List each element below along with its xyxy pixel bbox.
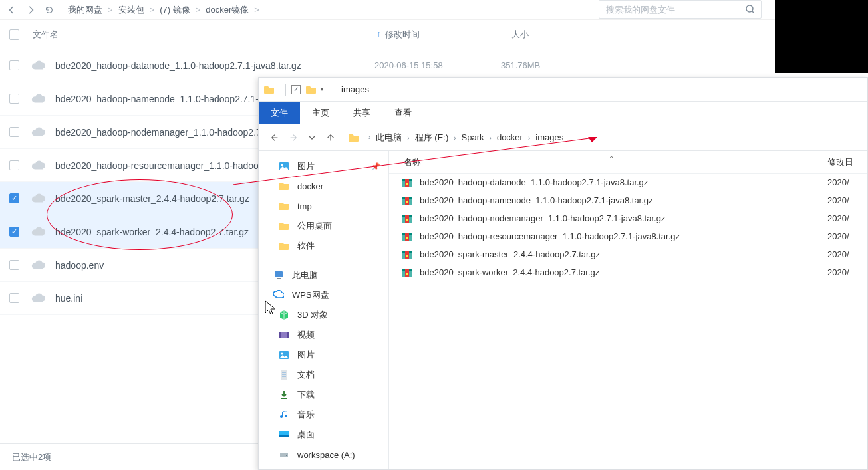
exp-breadcrumb-item[interactable]: images [534, 132, 565, 142]
row-checkbox[interactable] [9, 160, 19, 170]
col-name-label[interactable]: 文件名 [33, 29, 59, 39]
cloud-search-input[interactable] [605, 4, 745, 15]
sidebar-item[interactable]: 3D 对象 [259, 305, 388, 325]
sidebar-item[interactable]: 视频 [259, 325, 388, 345]
explorer-file-row[interactable]: bde2020_hadoop-nodemanager_1.1.0-hadoop2… [389, 209, 867, 227]
col-size-label[interactable]: 大小 [511, 29, 645, 41]
explorer-navbar: › 此电脑›程序 (E:)›Spark›docker›images [259, 124, 867, 151]
sidebar-item[interactable]: 音乐 [259, 405, 388, 425]
sidebar-item[interactable]: 图片 [259, 345, 388, 365]
tab-home[interactable]: 主页 [300, 102, 341, 124]
wps-icon [273, 290, 285, 300]
exp-forward-button[interactable] [284, 128, 303, 147]
exp-address-bar[interactable]: › 此电脑›程序 (E:)›Spark›docker›images [344, 128, 861, 147]
forward-button[interactable] [21, 1, 40, 19]
row-checkbox[interactable]: ✓ [9, 193, 19, 203]
explorer-sidebar: 图片📌dockertmp公用桌面软件此电脑WPS网盘3D 对象视频图片文档下载音… [259, 151, 389, 469]
chevron-right-icon: > [150, 5, 155, 15]
sidebar-item[interactable]: 文档 [259, 365, 388, 385]
chevron-right-icon[interactable]: › [368, 134, 370, 141]
exp-col-mod[interactable]: 修改日 [827, 156, 867, 168]
exp-breadcrumb-item[interactable]: Spark [460, 132, 486, 142]
sidebar-item[interactable]: docker [259, 176, 388, 196]
folder-icon [279, 221, 291, 231]
exp-breadcrumb-item[interactable]: 此电脑 [374, 132, 403, 142]
exp-back-button[interactable] [265, 128, 284, 147]
exp-breadcrumb-item[interactable]: 程序 (E:) [414, 132, 450, 142]
back-button[interactable] [3, 1, 21, 19]
sidebar-item[interactable]: 桌面 [259, 425, 388, 445]
chevron-right-icon[interactable]: › [528, 134, 530, 142]
svg-rect-28 [406, 219, 408, 221]
file-modified: 2020/ [827, 249, 867, 259]
sidebar-item-label: 文档 [297, 369, 315, 381]
folder-icon [306, 85, 317, 94]
row-checkbox[interactable] [9, 293, 19, 303]
pictures-icon [279, 350, 291, 360]
exp-history-dropdown[interactable] [303, 128, 321, 147]
chevron-right-icon[interactable]: › [407, 134, 409, 142]
svg-rect-23 [405, 197, 409, 205]
sort-caret-icon: ⌃ [609, 155, 614, 162]
archive-icon [401, 195, 413, 207]
3d-icon [279, 310, 291, 320]
sidebar-item-label: 图片 [297, 160, 315, 172]
sidebar-item-label: 3D 对象 [297, 309, 328, 321]
col-mod-label[interactable]: 修改时间 [385, 29, 511, 41]
exp-breadcrumb-item[interactable]: docker [496, 132, 524, 142]
cloud-search[interactable] [599, 0, 762, 19]
sidebar-item-label: 视频 [297, 329, 315, 341]
chevron-right-icon[interactable]: › [454, 134, 456, 142]
select-all-checkbox[interactable] [9, 29, 19, 40]
cloud-file-icon [31, 258, 46, 273]
tab-view[interactable]: 查看 [382, 102, 424, 124]
sidebar-item[interactable]: 软件 [259, 236, 388, 256]
svg-point-16 [286, 455, 287, 456]
sidebar-item-label: 此电脑 [292, 269, 318, 281]
sidebar-item-label: 桌面 [297, 429, 315, 441]
breadcrumb-item[interactable]: (7) 镜像 [160, 4, 190, 16]
row-checkbox[interactable] [9, 94, 19, 104]
row-checkbox[interactable] [9, 260, 19, 270]
sidebar-item[interactable]: workspace (A:) [259, 445, 388, 465]
svg-rect-32 [406, 237, 408, 239]
sidebar-item[interactable]: 此电脑 [259, 265, 388, 285]
breadcrumb-item[interactable]: 我的网盘 [68, 4, 102, 16]
explorer-file-row[interactable]: bde2020_hadoop-namenode_1.1.0-hadoop2.7.… [389, 191, 867, 209]
window-title: images [341, 84, 369, 94]
row-checkbox[interactable] [9, 127, 19, 137]
sidebar-item[interactable]: 下载 [259, 385, 388, 405]
sort-asc-icon[interactable]: ↑ [377, 29, 382, 39]
row-checkbox[interactable] [9, 60, 19, 70]
sidebar-item[interactable]: WPS网盘 [259, 285, 388, 305]
archive-icon [401, 177, 413, 189]
explorer-file-row[interactable]: bde2020_spark-worker_2.4.4-hadoop2.7.tar… [389, 263, 867, 281]
sidebar-item-label: WPS网盘 [292, 289, 329, 301]
refresh-button[interactable] [40, 1, 59, 19]
exp-up-button[interactable] [321, 128, 340, 147]
music-icon [279, 410, 291, 420]
explorer-titlebar[interactable]: ▾ images [259, 78, 867, 102]
exp-col-name[interactable]: 名称 [404, 157, 421, 167]
chevron-right-icon: > [108, 5, 113, 15]
tab-file[interactable]: 文件 [259, 102, 300, 124]
file-name: bde2020_hadoop-datanode_1.1.0-hadoop2.7.… [420, 177, 827, 187]
explorer-file-row[interactable]: bde2020_spark-master_2.4.4-hadoop2.7.tar… [389, 245, 867, 263]
quickaccess-checkbox-icon[interactable] [291, 85, 301, 94]
file-name: bde2020_hadoop-nodemanager_1.1.0-hadoop2… [420, 213, 827, 223]
row-checkbox[interactable]: ✓ [9, 227, 19, 237]
svg-point-4 [281, 164, 283, 166]
sidebar-item[interactable]: tmp [259, 196, 388, 216]
explorer-file-row[interactable]: bde2020_hadoop-resourcemanager_1.1.0-had… [389, 227, 867, 245]
chevron-right-icon[interactable]: › [490, 134, 492, 142]
tab-share[interactable]: 共享 [341, 102, 382, 124]
titlebar-dropdown-icon[interactable]: ▾ [321, 86, 323, 92]
sidebar-item[interactable]: 公用桌面 [259, 216, 388, 236]
pictures-icon [279, 161, 291, 172]
sidebar-item[interactable]: 图片📌 [259, 156, 388, 176]
breadcrumb-item[interactable]: docker镜像 [206, 4, 249, 16]
breadcrumb-item[interactable]: 安装包 [118, 4, 144, 16]
explorer-file-row[interactable]: bde2020_hadoop-datanode_1.1.0-hadoop2.7.… [389, 174, 867, 191]
file-name: bde2020_spark-worker_2.4.4-hadoop2.7.tar… [420, 267, 827, 277]
folder-icon [279, 241, 291, 251]
